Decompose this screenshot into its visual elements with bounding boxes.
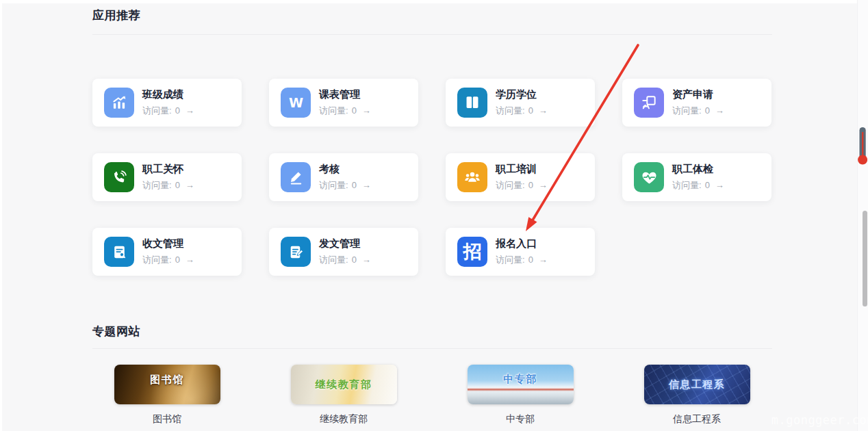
thermometer-scroll-widget[interactable] (858, 127, 867, 168)
site-thumbnail-title: 信息工程系 (669, 378, 726, 391)
arrow-right-icon: → (186, 105, 194, 116)
people-icon (457, 162, 487, 192)
visits-count: 0 (352, 254, 357, 265)
app-card[interactable]: 职工关怀访问量:0→ (92, 153, 242, 201)
app-visits: 访问量:0→ (319, 105, 371, 117)
main-content: 应用推荐 班级成绩访问量:0→W课表管理访问量:0→学历学位访问量:0→资产申请… (92, 0, 772, 431)
left-edge-strip (0, 0, 2, 431)
site-label: 信息工程系 (673, 413, 721, 426)
visits-count: 0 (175, 105, 180, 116)
visits-label: 访问量: (319, 105, 348, 117)
svg-text:W: W (288, 95, 303, 111)
visits-label: 访问量: (142, 179, 172, 192)
sites-section-title: 专题网站 (92, 324, 140, 339)
arrow-right-icon: → (362, 254, 371, 265)
app-card[interactable]: 学历学位访问量:0→ (446, 79, 595, 127)
arrow-right-icon: → (539, 105, 548, 116)
heart-pulse-icon (634, 162, 664, 192)
site-thumbnail-title: 图书馆 (150, 374, 184, 387)
app-info: 收文管理访问量:0→ (142, 237, 194, 265)
site-label: 继续教育部 (320, 413, 368, 426)
app-info: 资产申请访问量:0→ (672, 88, 724, 116)
site-item: 中专部中专部 (446, 365, 595, 426)
app-info: 职工培训访问量:0→ (496, 163, 548, 191)
app-visits: 访问量:0→ (142, 254, 194, 266)
visits-label: 访问量: (672, 179, 702, 192)
arrow-right-icon: → (362, 180, 371, 190)
site-label: 图书馆 (153, 413, 181, 426)
app-info: 班级成绩访问量:0→ (142, 88, 194, 116)
arrow-right-icon: → (715, 180, 724, 190)
app-title: 考核 (319, 163, 371, 174)
visits-count: 0 (175, 180, 180, 190)
visits-label: 访问量: (496, 105, 525, 117)
app-card[interactable]: 招报名入口访问量:0→ (446, 228, 595, 276)
app-card[interactable]: 资产申请访问量:0→ (622, 79, 771, 127)
visits-count: 0 (352, 105, 357, 116)
app-info: 课表管理访问量:0→ (319, 88, 371, 116)
arrow-right-icon: → (362, 105, 371, 116)
visits-count: 0 (705, 105, 710, 116)
recruit-character: 招 (463, 243, 482, 261)
visits-label: 访问量: (496, 254, 525, 266)
app-visits: 访问量:0→ (672, 105, 724, 117)
visits-label: 访问量: (142, 254, 172, 266)
open-book-icon (457, 88, 487, 118)
visits-label: 访问量: (672, 105, 702, 117)
site-thumbnail[interactable]: 中专部 (468, 365, 574, 404)
app-visits: 访问量:0→ (319, 179, 371, 192)
app-title: 资产申请 (672, 88, 724, 100)
arrow-right-icon: → (186, 254, 194, 265)
app-info: 报名入口访问量:0→ (496, 237, 548, 265)
watermark: m.gonggeer.com (771, 413, 868, 427)
timetable-icon: W (281, 88, 311, 118)
app-card[interactable]: 收文管理访问量:0→ (92, 228, 242, 276)
app-info: 学历学位访问量:0→ (496, 88, 548, 116)
apps-section-title: 应用推荐 (92, 8, 140, 23)
scrollbar-thumb[interactable] (863, 211, 867, 306)
thermometer-icon (858, 127, 867, 166)
doc-search-icon (104, 237, 134, 267)
app-visits: 访问量:0→ (142, 179, 194, 192)
visits-count: 0 (352, 180, 357, 190)
site-thumbnail[interactable]: 信息工程系 (644, 365, 750, 404)
visits-label: 访问量: (319, 179, 348, 192)
site-label: 中专部 (506, 413, 535, 426)
app-title: 学历学位 (496, 88, 548, 100)
arrow-right-icon: → (539, 254, 548, 265)
app-title: 班级成绩 (142, 88, 194, 100)
visits-label: 访问量: (496, 179, 525, 192)
app-card[interactable]: 职工培训访问量:0→ (446, 153, 595, 201)
pencil-icon (281, 162, 311, 192)
app-visits: 访问量:0→ (672, 179, 724, 192)
app-visits: 访问量:0→ (496, 179, 548, 192)
site-item: 信息工程系信息工程系 (622, 365, 771, 426)
section-divider (92, 34, 772, 35)
site-item: 图书馆图书馆 (92, 365, 242, 426)
app-visits: 访问量:0→ (142, 105, 194, 117)
site-item: 继续教育部继续教育部 (269, 365, 418, 426)
app-card[interactable]: 考核访问量:0→ (269, 153, 418, 201)
visits-count: 0 (528, 254, 533, 265)
app-card[interactable]: 发文管理访问量:0→ (269, 228, 418, 276)
visits-count: 0 (528, 180, 533, 190)
site-thumbnail[interactable]: 图书馆 (114, 365, 220, 404)
arrow-right-icon: → (186, 180, 194, 190)
app-card[interactable]: 职工体检访问量:0→ (622, 153, 771, 201)
app-info: 发文管理访问量:0→ (319, 237, 371, 265)
app-title: 课表管理 (319, 88, 371, 100)
app-title: 职工培训 (496, 163, 548, 174)
site-thumbnail[interactable]: 继续教育部 (291, 365, 397, 404)
app-card[interactable]: W课表管理访问量:0→ (269, 79, 418, 127)
apps-grid: 班级成绩访问量:0→W课表管理访问量:0→学历学位访问量:0→资产申请访问量:0… (92, 79, 771, 276)
arrow-right-icon: → (539, 180, 548, 190)
section-divider (92, 348, 772, 349)
visits-count: 0 (175, 254, 180, 265)
site-thumbnail-title: 中专部 (503, 373, 537, 386)
sites-grid: 图书馆图书馆继续教育部继续教育部中专部中专部信息工程系信息工程系 (92, 365, 771, 426)
app-card[interactable]: 班级成绩访问量:0→ (92, 79, 242, 127)
visits-label: 访问量: (142, 105, 172, 117)
app-info: 考核访问量:0→ (319, 163, 371, 191)
visits-count: 0 (705, 180, 710, 190)
arrow-right-icon: → (715, 105, 724, 116)
